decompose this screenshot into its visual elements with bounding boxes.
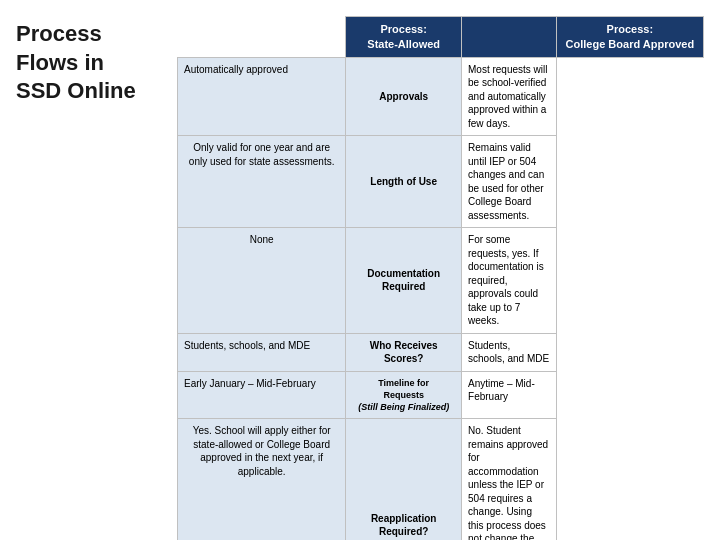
table-row: Automatically approved Approvals Most re… [178, 57, 704, 136]
row4-state: Students, schools, and MDE [178, 333, 346, 371]
table-row: Yes. School will apply either for state-… [178, 419, 704, 540]
header-state-allowed: Process:State-Allowed [346, 17, 462, 58]
process-table: Process:State-Allowed Process:College Bo… [177, 16, 704, 540]
table-row: Students, schools, and MDE Who ReceivesS… [178, 333, 704, 371]
content-area: Process Flows in SSD Online Process:Stat… [0, 0, 720, 540]
row4-middle: Who ReceivesScores? [346, 333, 462, 371]
page-title: Process Flows in SSD Online [16, 20, 161, 106]
row6-cb: No. Student remains approved for accommo… [462, 419, 557, 540]
row2-cb: Remains valid until IEP or 504 changes a… [462, 136, 557, 228]
row5-state: Early January – Mid-February [178, 371, 346, 418]
header-middle [462, 17, 557, 58]
row6-middle: ReapplicationRequired? [346, 419, 462, 540]
row5-cb: Anytime – Mid-February [462, 371, 557, 418]
header-empty [178, 17, 346, 58]
row4-cb: Students, schools, and MDE [462, 333, 557, 371]
row1-cb: Most requests will be school-verified an… [462, 57, 557, 136]
row3-middle: DocumentationRequired [346, 228, 462, 334]
table-row: Early January – Mid-February Timeline fo… [178, 371, 704, 418]
row2-state: Only valid for one year and are only use… [178, 136, 346, 228]
right-panel: Process:State-Allowed Process:College Bo… [177, 16, 704, 540]
title-line2: SSD Online [16, 78, 136, 103]
title-line1: Process Flows in [16, 21, 104, 75]
table-header-row: Process:State-Allowed Process:College Bo… [178, 17, 704, 58]
row6-state: Yes. School will apply either for state-… [178, 419, 346, 540]
table-row: None DocumentationRequired For some requ… [178, 228, 704, 334]
page-container: Process Flows in SSD Online Process:Stat… [0, 0, 720, 540]
left-panel: Process Flows in SSD Online [16, 16, 161, 540]
row1-middle: Approvals [346, 57, 462, 136]
row2-middle: Length of Use [346, 136, 462, 228]
row5-middle: Timeline forRequests(Still Being Finaliz… [346, 371, 462, 418]
row3-cb: For some requests, yes. If documentation… [462, 228, 557, 334]
row1-state: Automatically approved [178, 57, 346, 136]
header-cb-approved: Process:College Board Approved [556, 17, 703, 58]
row3-state: None [178, 228, 346, 334]
table-row: Only valid for one year and are only use… [178, 136, 704, 228]
